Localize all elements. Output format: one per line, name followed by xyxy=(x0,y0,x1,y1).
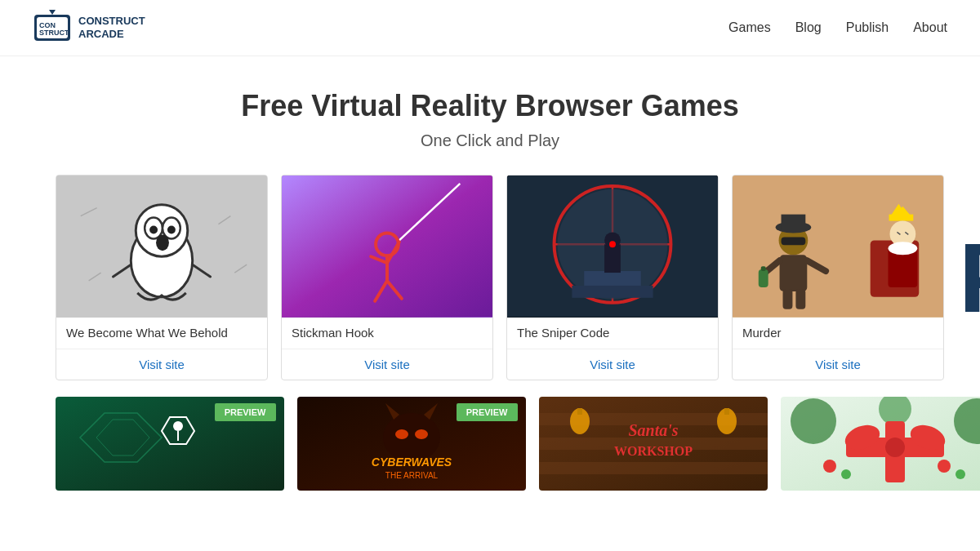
game-card-info-4: Murder xyxy=(733,318,943,349)
game-title-2: Stickman Hook xyxy=(292,326,374,340)
svg-rect-56 xyxy=(759,269,768,287)
svg-point-64 xyxy=(173,421,183,431)
svg-point-37 xyxy=(609,241,616,247)
game-visit-4[interactable]: Visit site xyxy=(733,349,943,380)
game-card-2: Stickman Hook Visit site xyxy=(281,175,493,380)
game-card-1: We Become What We Behold Visit site xyxy=(56,175,268,380)
svg-rect-35 xyxy=(604,244,621,273)
nav-publish[interactable]: Publish xyxy=(846,20,889,35)
partial-letter: P xyxy=(951,175,980,380)
svg-point-99 xyxy=(938,460,951,473)
svg-text:CYBERWAVES: CYBERWAVES xyxy=(372,455,452,469)
game-visit-3[interactable]: Visit site xyxy=(507,349,718,380)
svg-rect-58 xyxy=(783,289,793,309)
bottom-card-3[interactable]: Santa's WORKSHOP xyxy=(539,397,768,491)
game-title-4: Murder xyxy=(742,326,782,340)
main-nav: Games Blog Publish About xyxy=(728,20,947,35)
svg-point-97 xyxy=(823,460,836,473)
bottom-thumb-2: CYBERWAVES THE ARRIVAL PREVIEW xyxy=(297,397,526,491)
svg-text:PREVIEW: PREVIEW xyxy=(466,407,508,417)
bottom-card-4[interactable] xyxy=(781,397,980,491)
svg-rect-52 xyxy=(782,237,806,245)
game-thumb-svg-3 xyxy=(507,176,718,318)
svg-point-89 xyxy=(791,398,836,444)
svg-point-69 xyxy=(383,413,440,462)
svg-marker-4 xyxy=(49,10,56,15)
svg-rect-33 xyxy=(584,271,640,286)
game-thumb-4 xyxy=(733,176,943,318)
svg-point-72 xyxy=(395,429,408,439)
svg-point-100 xyxy=(956,469,965,479)
svg-rect-34 xyxy=(572,286,653,298)
bottom-thumb-4 xyxy=(781,397,980,491)
game-visit-1[interactable]: Visit site xyxy=(56,349,267,380)
game-thumb-2 xyxy=(282,176,492,318)
game-card-info-2: Stickman Hook xyxy=(282,318,492,349)
game-card-info-3: The Sniper Code xyxy=(507,318,718,349)
svg-rect-87 xyxy=(724,408,729,415)
svg-point-15 xyxy=(167,226,176,234)
page-title: Free Virtual Reality Browser Games xyxy=(16,89,964,123)
logo-icon: CON STRUCT xyxy=(33,8,72,47)
nav-blog[interactable]: Blog xyxy=(795,20,822,35)
page-subtitle: One Click and Play xyxy=(16,131,964,150)
game-visit-2[interactable]: Visit site xyxy=(282,349,492,380)
bottom-thumb-1: PREVIEW xyxy=(56,397,284,491)
game-thumb-3 xyxy=(507,176,718,318)
svg-point-46 xyxy=(889,242,918,255)
svg-rect-81 xyxy=(539,462,768,474)
svg-rect-19 xyxy=(282,176,492,318)
svg-rect-43 xyxy=(889,215,914,221)
bottom-thumb-3: Santa's WORKSHOP xyxy=(539,397,768,491)
logo-text: CONSTRUCT ARCADE xyxy=(78,15,145,40)
svg-point-16 xyxy=(156,234,169,251)
bottom-games-row: PREVIEW CYBERWAVES THE ARRIVAL xyxy=(0,380,980,491)
game-card-3: The Sniper Code Visit site xyxy=(506,175,719,380)
bottom-card-1[interactable]: PREVIEW xyxy=(56,397,284,491)
svg-point-98 xyxy=(841,469,851,479)
bottom-card-2[interactable]: CYBERWAVES THE ARRIVAL PREVIEW xyxy=(297,397,526,491)
game-title-1: We Become What We Behold xyxy=(66,326,228,340)
svg-text:STRUCT: STRUCT xyxy=(39,29,69,37)
svg-point-96 xyxy=(885,438,905,457)
games-row: We Become What We Behold Visit site xyxy=(0,175,980,380)
game-thumb-1 xyxy=(56,176,267,318)
svg-rect-59 xyxy=(795,289,805,309)
svg-text:THE ARRIVAL: THE ARRIVAL xyxy=(385,471,439,480)
svg-rect-57 xyxy=(761,266,766,271)
svg-text:PREVIEW: PREVIEW xyxy=(225,407,266,417)
hero-section: Free Virtual Reality Browser Games One C… xyxy=(0,56,980,175)
nav-about[interactable]: About xyxy=(913,20,947,35)
svg-text:WORKSHOP: WORKSHOP xyxy=(614,444,693,458)
header: CON STRUCT CONSTRUCT ARCADE Games Blog P… xyxy=(0,0,980,56)
svg-point-73 xyxy=(415,429,428,439)
svg-rect-51 xyxy=(782,215,806,229)
game-card-info-1: We Become What We Behold xyxy=(56,318,267,349)
partial-p-letter: P xyxy=(959,229,980,327)
svg-point-14 xyxy=(149,226,158,234)
svg-rect-53 xyxy=(780,255,808,291)
game-thumb-svg-1 xyxy=(56,176,267,318)
game-thumb-svg-4 xyxy=(733,176,943,318)
game-thumb-svg-2 xyxy=(282,176,492,318)
svg-text:Santa's: Santa's xyxy=(628,421,678,439)
svg-rect-85 xyxy=(577,408,582,415)
logo[interactable]: CON STRUCT CONSTRUCT ARCADE xyxy=(33,8,145,47)
game-card-4: Murder Visit site xyxy=(732,175,944,380)
game-title-3: The Sniper Code xyxy=(517,326,609,340)
nav-games[interactable]: Games xyxy=(728,20,771,35)
